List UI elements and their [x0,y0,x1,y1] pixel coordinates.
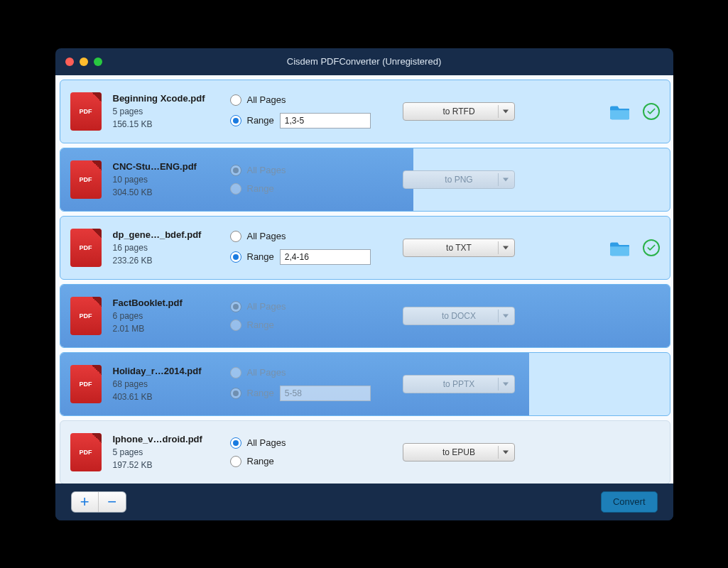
all-pages-label: All Pages [247,301,286,312]
format-label: to RTFD [442,106,474,116]
window-controls [65,58,102,66]
range-input[interactable] [280,113,371,129]
file-name: Holiday_r…2014.pdf [113,366,230,376]
range-input[interactable] [280,249,371,265]
minimize-icon[interactable] [80,58,88,66]
page-count: 16 pages [113,243,230,253]
range-label: Range [247,388,274,398]
page-options: All Pages Range [230,231,393,265]
file-name: FactBooklet.pdf [113,297,230,308]
radio-icon [230,320,241,331]
file-meta: Holiday_r…2014.pdf 68 pages 403.61 KB [113,366,230,402]
file-row[interactable]: PDF dp_gene…_bdef.pdf 16 pages 233.26 KB… [60,216,670,280]
radio-icon [230,165,241,176]
page-count: 5 pages [113,447,230,457]
radio-icon [230,115,241,126]
radio-icon [230,456,241,467]
maximize-icon[interactable] [94,58,102,66]
range-option[interactable]: Range [230,183,393,195]
file-row[interactable]: PDF Holiday_r…2014.pdf 68 pages 403.61 K… [60,352,670,416]
range-option[interactable]: Range [230,456,393,467]
open-folder-button[interactable] [610,104,630,119]
file-meta: Beginning Xcode.pdf 5 pages 156.15 KB [113,93,230,129]
page-options: All Pages Range [230,437,393,467]
success-icon [643,239,660,256]
format-wrap: to TXT [393,239,525,257]
file-name: dp_gene…_bdef.pdf [113,229,230,240]
range-label: Range [247,183,274,194]
file-meta: CNC-Stu…ENG.pdf 10 pages 304.50 KB [113,161,230,197]
format-select[interactable]: to RTFD [403,102,515,121]
format-wrap: to PPTX [393,375,525,393]
radio-icon [230,388,241,399]
all-pages-option[interactable]: All Pages [230,94,393,106]
format-wrap: to RTFD [393,102,525,121]
file-meta: dp_gene…_bdef.pdf 16 pages 233.26 KB [113,229,230,266]
page-count: 68 pages [113,379,230,389]
page-count: 5 pages [113,106,230,116]
page-options: All Pages Range [230,301,393,331]
file-row[interactable]: PDF FactBooklet.pdf 6 pages 2.01 MB All … [60,284,670,348]
row-actions [525,103,660,120]
range-label: Range [247,456,274,466]
page-options: All Pages Range [230,165,393,195]
window-title: Cisdem PDFConverter (Unregistered) [55,56,673,67]
convert-button[interactable]: Convert [601,491,658,513]
file-row[interactable]: PDF Beginning Xcode.pdf 5 pages 156.15 K… [60,80,670,143]
open-folder-button[interactable] [610,240,630,256]
range-label: Range [247,115,274,126]
format-wrap: to PNG [393,170,525,189]
pdf-file-icon: PDF [70,92,102,131]
radio-icon [230,301,241,312]
file-size: 304.50 KB [113,187,230,197]
file-row[interactable]: PDF Iphone_v…droid.pdf 5 pages 197.52 KB… [60,420,670,484]
format-select[interactable]: to PPTX [403,375,515,393]
pdf-file-icon: PDF [70,160,102,199]
all-pages-option[interactable]: All Pages [230,231,393,242]
file-list[interactable]: PDF Beginning Xcode.pdf 5 pages 156.15 K… [55,75,673,484]
file-name: Iphone_v…droid.pdf [113,434,230,444]
format-select[interactable]: to EPUB [403,443,515,462]
file-size: 2.01 MB [113,324,230,334]
format-label: to EPUB [442,447,475,457]
format-select[interactable]: to TXT [403,239,515,257]
file-meta: FactBooklet.pdf 6 pages 2.01 MB [113,297,230,334]
radio-icon [230,231,241,242]
all-pages-label: All Pages [247,437,286,448]
radio-icon [230,437,241,449]
all-pages-label: All Pages [247,367,286,378]
format-wrap: to EPUB [393,443,525,462]
page-options: All Pages Range [230,367,393,401]
close-icon[interactable] [65,58,74,66]
format-label: to PPTX [443,379,475,389]
radio-icon [230,94,241,106]
file-name: Beginning Xcode.pdf [113,93,230,104]
range-option[interactable]: Range [230,249,393,265]
all-pages-option[interactable]: All Pages [230,367,393,378]
titlebar: Cisdem PDFConverter (Unregistered) [55,48,673,75]
page-count: 10 pages [113,175,230,185]
row-actions [525,239,660,256]
radio-icon [230,367,241,378]
add-file-button[interactable]: + [72,492,99,512]
all-pages-option[interactable]: All Pages [230,301,393,312]
range-option[interactable]: Range [230,320,393,331]
add-remove-group: + − [71,491,126,513]
format-select[interactable]: to DOCX [403,307,515,325]
page-count: 6 pages [113,311,230,321]
file-row[interactable]: PDF CNC-Stu…ENG.pdf 10 pages 304.50 KB A… [60,148,670,212]
remove-file-button[interactable]: − [99,492,126,512]
pdf-file-icon: PDF [70,433,102,471]
format-select[interactable]: to PNG [403,170,515,189]
radio-icon [230,251,241,263]
range-option[interactable]: Range [230,113,393,129]
app-window: Cisdem PDFConverter (Unregistered) PDF B… [55,48,673,520]
all-pages-option[interactable]: All Pages [230,437,393,449]
page-options: All Pages Range [230,94,393,129]
range-option[interactable]: Range [230,386,393,401]
pdf-file-icon: PDF [70,229,102,267]
all-pages-option[interactable]: All Pages [230,165,393,176]
all-pages-label: All Pages [247,94,286,105]
file-size: 233.26 KB [113,256,230,266]
range-input[interactable] [280,386,371,401]
